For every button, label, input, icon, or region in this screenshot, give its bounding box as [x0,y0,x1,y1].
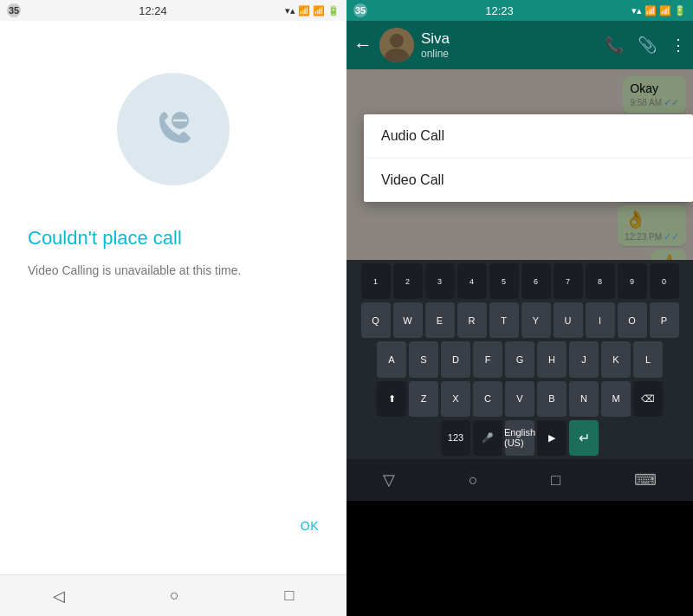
key-v[interactable]: V [505,381,534,417]
key-mic[interactable]: 🎤 [473,420,502,456]
signal-icon-left2: 📶 [313,5,325,16]
dialog-content: Couldn't place call Video Calling is una… [0,21,346,574]
key-i[interactable]: I [586,302,615,338]
num-hint-7[interactable]: 7 [554,263,583,299]
dialog-ok-button[interactable]: OK [301,519,319,547]
key-r[interactable]: R [457,302,487,338]
key-s[interactable]: S [409,341,438,377]
key-space[interactable]: English (US) [505,420,534,456]
key-f[interactable]: F [473,341,502,377]
back-button-right[interactable]: ▽ [383,470,395,490]
dropdown-menu: Audio Call Video Call [364,114,693,202]
video-call-option[interactable]: Video Call [364,159,693,202]
asdf-row: A S D F G H J K L [348,341,691,377]
battery-icon-left: 🔋 [327,5,340,16]
key-m[interactable]: M [601,381,631,417]
key-q[interactable]: Q [361,302,391,338]
key-g[interactable]: G [505,341,534,377]
more-options-icon[interactable]: ⋮ [670,36,686,55]
dialog-title: Couldn't place call [28,227,319,250]
signal-icon-left: 📶 [298,5,310,16]
num-hint-2[interactable]: 2 [393,263,423,299]
wifi-icon-right: ▾▴ [631,5,642,16]
key-k[interactable]: K [601,341,631,377]
num-hint-4[interactable]: 4 [457,263,487,299]
right-status-icons-left: ▾▴ 📶 📶 🔋 [285,5,340,16]
status-bar-left: 35 12:24 ▾▴ 📶 📶 🔋 [0,0,346,21]
chat-header: ← Siva online 📞 📎 ⋮ [346,21,693,69]
num-hint-8[interactable]: 8 [586,263,615,299]
num-hint-9[interactable]: 9 [618,263,647,299]
header-actions: 📞 📎 ⋮ [605,36,686,55]
left-status-icons-right: 35 [353,3,367,17]
num-hint-0[interactable]: 0 [650,263,679,299]
nav-bar-left: ◁ ○ □ [0,574,346,616]
qwerty-row: Q W E R T Y U I O P [348,302,691,338]
key-u[interactable]: U [554,302,583,338]
key-enter[interactable]: ↵ [569,420,599,456]
zxcv-row: ⬆ Z X C V B N M ⌫ [348,381,691,417]
wifi-icon: ▾▴ [285,5,295,16]
key-x[interactable]: X [441,381,470,417]
key-d[interactable]: D [441,341,470,377]
notification-badge-left: 35 [7,3,21,17]
avatar [379,28,414,62]
number-hints-row: 1 2 3 4 5 6 7 8 9 0 [348,263,691,299]
num-hint-1[interactable]: 1 [361,263,391,299]
recent-button-left[interactable]: □ [284,587,294,605]
status-bar-right: 35 12:23 ▾▴ 📶 📶 🔋 [346,0,693,21]
num-hint-6[interactable]: 6 [521,263,551,299]
bottom-row: 123 🎤 English (US) ▶ ↵ [348,420,691,456]
key-b[interactable]: B [537,381,567,417]
battery-icon-right: 🔋 [674,5,686,16]
back-arrow-button[interactable]: ← [353,34,372,56]
key-y[interactable]: Y [521,302,551,338]
nav-bar-right: ▽ ○ □ ⌨ [346,459,693,501]
right-panel: 35 12:23 ▾▴ 📶 📶 🔋 ← Siva online [346,0,693,616]
key-c[interactable]: C [473,381,502,417]
keyboard-button-right[interactable]: ⌨ [634,470,657,490]
back-button-left[interactable]: ◁ [53,587,65,606]
left-status-icons: 35 [7,3,21,17]
avatar-image [379,28,414,62]
key-a[interactable]: A [377,341,406,377]
key-e[interactable]: E [425,302,455,338]
key-123[interactable]: 123 [441,420,470,456]
audio-call-option[interactable]: Audio Call [364,114,693,159]
left-panel: 35 12:24 ▾▴ 📶 📶 🔋 Couldn't place call Vi… [0,0,346,616]
key-t[interactable]: T [489,302,519,338]
key-shift[interactable]: ⬆ [377,381,406,417]
key-backspace[interactable]: ⌫ [633,381,663,417]
call-icon-circle [117,73,230,185]
key-j[interactable]: J [569,341,599,377]
contact-info: Siva online [421,30,598,60]
key-h[interactable]: H [537,341,567,377]
recent-button-right[interactable]: □ [551,471,560,490]
contact-name: Siva [421,30,598,48]
home-button-right[interactable]: ○ [469,471,478,490]
num-hint-5[interactable]: 5 [489,263,519,299]
key-w[interactable]: W [393,302,423,338]
key-arrow-right[interactable]: ▶ [537,420,567,456]
attach-icon[interactable]: 📎 [638,36,657,55]
right-status-icons-right: ▾▴ 📶 📶 🔋 [631,5,686,16]
notification-badge-right: 35 [353,3,367,17]
key-z[interactable]: Z [409,381,438,417]
keyboard-area: 1 2 3 4 5 6 7 8 9 0 Q W E R T Y U I O P … [346,260,693,459]
chat-area: Okay 9:58 AM ✓✓ 👍 12:23 PM ✓✓ 👌 12:23 PM… [346,69,693,260]
key-l[interactable]: L [633,341,663,377]
signal-icon-right: 📶 [644,5,657,16]
dialog-subtitle: Video Calling is unavailable at this tim… [28,263,319,277]
signal-icon-right2: 📶 [659,5,671,16]
call-blocked-icon [147,103,199,155]
key-o[interactable]: O [618,302,647,338]
svg-point-3 [390,34,404,48]
time-left: 12:24 [139,4,167,17]
num-hint-3[interactable]: 3 [425,263,455,299]
time-right: 12:23 [485,4,514,17]
key-p[interactable]: P [650,302,679,338]
contact-status: online [421,48,598,60]
voice-call-icon[interactable]: 📞 [605,36,624,55]
key-n[interactable]: N [569,381,599,417]
home-button-left[interactable]: ○ [170,587,179,605]
